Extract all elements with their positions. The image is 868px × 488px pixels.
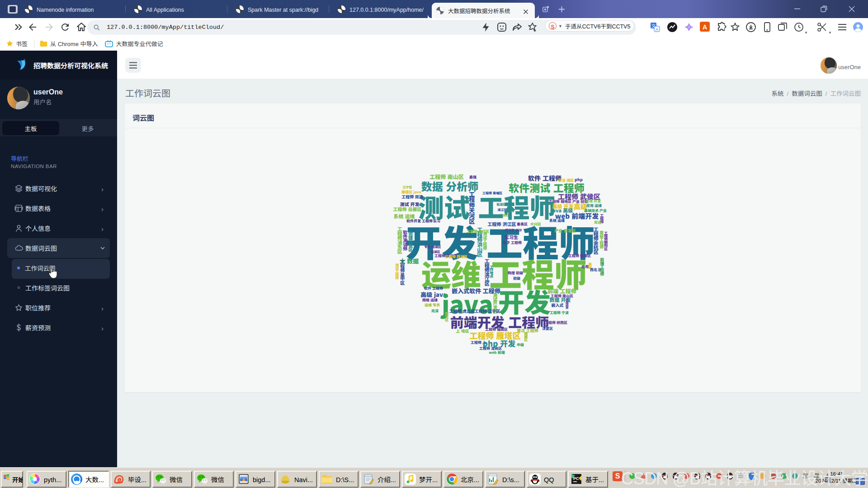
svg-text:A: A: [656, 27, 658, 32]
svg-text:PC: PC: [573, 476, 579, 481]
